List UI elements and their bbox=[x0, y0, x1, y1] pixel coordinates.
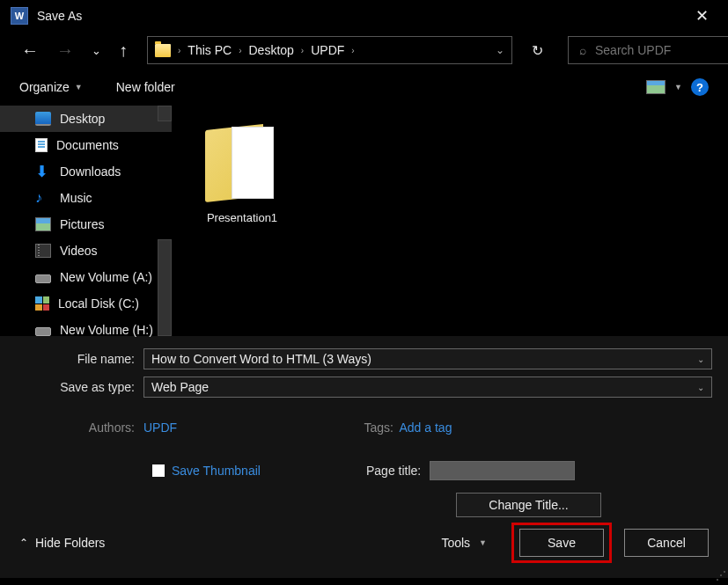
navigation-bar: ← → ⌄ ↑ › This PC › Desktop › UPDF › ⌄ ↻… bbox=[0, 32, 728, 69]
sidebar-item-downloads[interactable]: ⬇ Downloads bbox=[0, 158, 172, 185]
sidebar-item-label: Videos bbox=[60, 244, 98, 258]
footer: ⌃ Hide Folders Tools ▼ Save Cancel bbox=[16, 517, 712, 568]
sidebar-item-documents[interactable]: Documents bbox=[0, 132, 172, 158]
sidebar-item-label: New Volume (A:) bbox=[60, 270, 152, 284]
help-button[interactable]: ? bbox=[691, 78, 709, 96]
sidebar-item-label: Local Disk (C:) bbox=[58, 296, 139, 311]
up-button[interactable]: ↑ bbox=[114, 37, 133, 64]
organize-label: Organize bbox=[19, 80, 70, 94]
breadcrumb[interactable]: › This PC › Desktop › UPDF › ⌄ bbox=[147, 36, 512, 64]
save-type-value: Web Page bbox=[151, 380, 209, 394]
chevron-right-icon: › bbox=[178, 46, 180, 55]
sidebar-item-volume-a[interactable]: New Volume (A:) bbox=[0, 264, 172, 290]
cancel-label: Cancel bbox=[647, 536, 686, 550]
tools-button[interactable]: Tools ▼ bbox=[441, 536, 487, 550]
chevron-down-icon: ▼ bbox=[75, 83, 83, 91]
page-title-label: Page title: bbox=[366, 464, 421, 478]
save-button[interactable]: Save bbox=[519, 529, 604, 557]
authors-label: Authors: bbox=[16, 420, 135, 435]
folder-icon bbox=[155, 44, 171, 57]
file-name-input[interactable]: How to Convert Word to HTML (3 Ways) ⌄ bbox=[143, 348, 712, 369]
new-folder-label: New folder bbox=[116, 80, 175, 94]
sidebar-item-label: Desktop bbox=[60, 112, 105, 126]
sidebar-item-videos[interactable]: Videos bbox=[0, 238, 172, 264]
view-icon[interactable] bbox=[646, 80, 665, 94]
sidebar-item-label: Downloads bbox=[60, 165, 121, 179]
breadcrumb-updf[interactable]: UPDF bbox=[311, 43, 344, 57]
hide-folders-button[interactable]: Hide Folders bbox=[35, 536, 105, 550]
window-title: Save As bbox=[37, 9, 82, 23]
save-highlight: Save bbox=[511, 523, 612, 563]
authors-value[interactable]: UPDF bbox=[143, 420, 177, 435]
sidebar-item-label: Documents bbox=[56, 138, 119, 152]
downloads-icon: ⬇ bbox=[35, 165, 51, 179]
save-label: Save bbox=[548, 536, 576, 550]
save-type-label: Save as type: bbox=[16, 380, 143, 394]
sidebar-item-volume-h[interactable]: New Volume (H:) bbox=[0, 317, 172, 343]
search-input[interactable] bbox=[595, 43, 728, 57]
sidebar-item-local-c[interactable]: Local Disk (C:) bbox=[0, 290, 172, 317]
drive-icon bbox=[35, 327, 51, 336]
close-button[interactable]: ✕ bbox=[687, 3, 717, 29]
folder-thumbnail-icon bbox=[205, 123, 279, 206]
chevron-down-icon[interactable]: ⌄ bbox=[697, 383, 704, 392]
file-name-value: How to Convert Word to HTML (3 Ways) bbox=[151, 352, 371, 366]
file-name-label: File name: bbox=[16, 352, 143, 366]
scroll-up-button[interactable] bbox=[158, 106, 172, 121]
sidebar-item-desktop[interactable]: Desktop bbox=[0, 106, 172, 132]
sidebar-item-pictures[interactable]: Pictures bbox=[0, 211, 172, 238]
title-bar: W Save As ✕ bbox=[0, 0, 728, 32]
breadcrumb-this-pc[interactable]: This PC bbox=[188, 43, 232, 57]
drive-icon bbox=[35, 274, 51, 283]
sidebar: Desktop Documents ⬇ Downloads ♪ Music Pi… bbox=[0, 106, 172, 336]
save-thumbnail-checkbox[interactable] bbox=[152, 464, 165, 477]
chevron-down-icon[interactable]: ⌄ bbox=[697, 355, 704, 364]
documents-icon bbox=[35, 138, 48, 152]
resize-grip-icon[interactable]: ⋰ bbox=[716, 569, 724, 581]
body: Desktop Documents ⬇ Downloads ♪ Music Pi… bbox=[0, 106, 728, 336]
save-type-select[interactable]: Web Page ⌄ bbox=[143, 377, 712, 398]
videos-icon bbox=[35, 244, 51, 258]
chevron-up-icon: ⌃ bbox=[19, 537, 28, 549]
sidebar-item-label: Music bbox=[60, 191, 92, 205]
bottom-panel: File name: How to Convert Word to HTML (… bbox=[0, 336, 728, 578]
new-folder-button[interactable]: New folder bbox=[116, 80, 175, 94]
search-icon: ⌕ bbox=[579, 43, 586, 57]
recent-locations-button[interactable]: ⌄ bbox=[86, 40, 107, 61]
save-thumbnail-label[interactable]: Save Thumbnail bbox=[172, 464, 261, 478]
desktop-icon bbox=[35, 112, 51, 126]
page-title-input[interactable] bbox=[430, 461, 575, 480]
file-pane[interactable]: Presentation1 bbox=[172, 106, 728, 336]
breadcrumb-dropdown[interactable]: ⌄ bbox=[496, 44, 504, 56]
tags-value[interactable]: Add a tag bbox=[400, 420, 452, 435]
sidebar-item-music[interactable]: ♪ Music bbox=[0, 185, 172, 211]
chevron-right-icon: › bbox=[351, 46, 354, 55]
toolbar: Organize ▼ New folder ▼ ? bbox=[0, 69, 728, 106]
tools-label: Tools bbox=[441, 536, 470, 550]
chevron-right-icon: › bbox=[239, 46, 241, 55]
chevron-right-icon: › bbox=[301, 46, 304, 55]
refresh-button[interactable]: ↻ bbox=[525, 39, 550, 62]
back-button[interactable]: ← bbox=[16, 37, 44, 64]
chevron-down-icon[interactable]: ▼ bbox=[674, 83, 682, 91]
scrollbar[interactable] bbox=[158, 239, 172, 336]
cancel-button[interactable]: Cancel bbox=[624, 529, 709, 557]
folder-label: Presentation1 bbox=[198, 211, 286, 224]
folder-presentation1[interactable]: Presentation1 bbox=[198, 123, 286, 224]
tags-label: Tags: bbox=[364, 420, 391, 435]
sidebar-item-label: New Volume (H:) bbox=[60, 323, 153, 337]
pictures-icon bbox=[35, 217, 51, 231]
organize-button[interactable]: Organize ▼ bbox=[19, 80, 83, 94]
sidebar-item-label: Pictures bbox=[60, 217, 105, 231]
change-title-label: Change Title... bbox=[489, 498, 568, 512]
forward-button[interactable]: → bbox=[51, 37, 79, 64]
chevron-down-icon: ▼ bbox=[479, 538, 487, 547]
breadcrumb-desktop[interactable]: Desktop bbox=[248, 43, 293, 57]
change-title-button[interactable]: Change Title... bbox=[456, 493, 601, 517]
word-app-icon: W bbox=[11, 7, 28, 25]
search-box[interactable]: ⌕ bbox=[568, 36, 728, 64]
windows-drive-icon bbox=[35, 296, 49, 311]
music-icon: ♪ bbox=[35, 191, 51, 205]
